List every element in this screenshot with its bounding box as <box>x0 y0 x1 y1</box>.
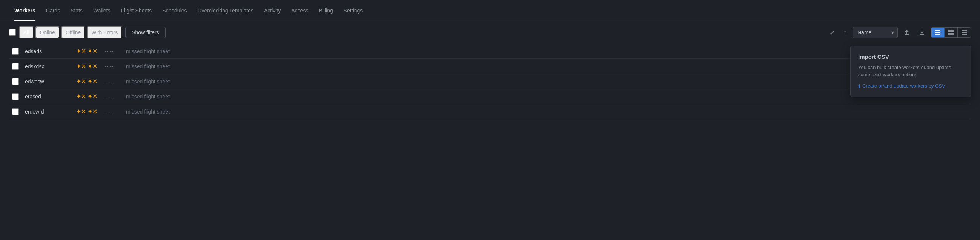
filter-tab-all[interactable]: All <box>19 26 34 38</box>
workers-table: edseds ✦✕ ✦✕ -- -- missed flight sheet e… <box>0 44 980 119</box>
svg-rect-14 <box>963 33 965 35</box>
nav-item-billing[interactable]: Billing <box>313 0 338 21</box>
worker-status-icons: ✦✕ ✦✕ <box>76 63 99 70</box>
svg-rect-3 <box>948 30 951 32</box>
filter-tab-offline[interactable]: Offline <box>61 26 85 38</box>
nav-item-settings[interactable]: Settings <box>338 0 368 21</box>
sort-select-wrapper: NameStatusIDCreated ▾ <box>853 27 898 38</box>
worker-status-icons: ✦✕ ✦✕ <box>76 108 99 115</box>
worker-name: erdewrd <box>25 109 70 115</box>
worker-status-label: missed flight sheet <box>126 64 170 70</box>
worker-name: edwesw <box>25 78 70 84</box>
worker-error-icon-1: ✦✕ <box>76 78 86 85</box>
svg-rect-13 <box>961 33 963 35</box>
svg-rect-11 <box>963 32 965 33</box>
view-compact-button[interactable] <box>945 27 958 37</box>
svg-rect-2 <box>935 34 940 35</box>
nav-item-activity[interactable]: Activity <box>259 0 286 21</box>
svg-rect-0 <box>935 30 940 31</box>
table-row: edsxdsx ✦✕ ✦✕ -- -- missed flight sheet <box>9 59 971 74</box>
svg-rect-9 <box>965 30 967 31</box>
table-row: edwesw ✦✕ ✦✕ -- -- missed flight sheet <box>9 74 971 89</box>
worker-error-icon-2: ✦✕ <box>88 108 97 115</box>
svg-rect-4 <box>951 30 954 32</box>
filter-tab-online[interactable]: Online <box>35 26 60 38</box>
worker-status-label: missed flight sheet <box>126 78 170 84</box>
view-grid-button[interactable] <box>958 27 970 37</box>
worker-error-icon-2: ✦✕ <box>88 48 97 55</box>
csv-link[interactable]: Create or/and update workers by CSV <box>862 83 945 89</box>
download-button[interactable] <box>916 27 928 38</box>
worker-stats: -- -- <box>105 94 120 100</box>
worker-error-icon-2: ✦✕ <box>88 63 97 70</box>
svg-rect-12 <box>965 32 967 33</box>
nav-item-overclocking-templates[interactable]: Overclocking Templates <box>192 0 259 21</box>
popup-description: You can bulk create workers or/and updat… <box>858 64 963 78</box>
worker-status-label: missed flight sheet <box>126 48 170 54</box>
worker-error-icon-2: ✦✕ <box>88 93 97 100</box>
svg-rect-5 <box>948 33 951 35</box>
toolbar: AllOnlineOfflineWith Errors Show filters… <box>0 21 980 44</box>
worker-error-icon-1: ✦✕ <box>76 93 86 100</box>
nav-item-access[interactable]: Access <box>286 0 313 21</box>
toolbar-left: AllOnlineOfflineWith Errors Show filters <box>9 26 822 38</box>
worker-checkbox[interactable] <box>12 48 19 55</box>
svg-rect-1 <box>935 32 940 33</box>
worker-stats: -- -- <box>105 109 120 115</box>
navbar: WorkersCardsStatsWalletsFlight SheetsSch… <box>0 0 980 21</box>
nav-item-workers[interactable]: Workers <box>9 0 41 21</box>
popup-link-row: ℹ Create or/and update workers by CSV <box>858 83 963 89</box>
svg-rect-10 <box>961 32 963 33</box>
toolbar-right: ⤢ ↑ NameStatusIDCreated ▾ Import CSV Y <box>826 27 971 38</box>
worker-status-label: missed flight sheet <box>126 94 170 100</box>
table-row: erased ✦✕ ✦✕ -- -- missed flight sheet <box>9 89 971 104</box>
sort-direction-icon[interactable]: ↑ <box>840 27 850 38</box>
worker-name: edsxdsx <box>25 64 70 70</box>
table-row: edseds ✦✕ ✦✕ -- -- missed flight sheet <box>9 44 971 59</box>
filter-tab-with-errors[interactable]: With Errors <box>87 26 122 38</box>
worker-stats: -- -- <box>105 78 120 84</box>
import-csv-popup: Import CSV You can bulk create workers o… <box>850 46 971 97</box>
worker-checkbox[interactable] <box>12 78 19 85</box>
view-btn-group <box>931 27 971 38</box>
worker-error-icon-1: ✦✕ <box>76 108 86 115</box>
worker-status-icons: ✦✕ ✦✕ <box>76 48 99 55</box>
select-all-checkbox[interactable] <box>9 29 16 36</box>
worker-checkbox[interactable] <box>12 63 19 70</box>
worker-stats: -- -- <box>105 48 120 54</box>
svg-rect-8 <box>963 30 965 31</box>
table-row: erdewrd ✦✕ ✦✕ -- -- missed flight sheet <box>9 104 971 119</box>
worker-checkbox[interactable] <box>12 93 19 100</box>
worker-status-icons: ✦✕ ✦✕ <box>76 78 99 85</box>
worker-checkbox[interactable] <box>12 108 19 115</box>
worker-stats: -- -- <box>105 64 120 70</box>
nav-item-flight-sheets[interactable]: Flight Sheets <box>115 0 157 21</box>
sort-select[interactable]: NameStatusIDCreated <box>853 27 898 38</box>
nav-item-schedules[interactable]: Schedules <box>157 0 192 21</box>
popup-title: Import CSV <box>858 54 963 60</box>
worker-name: edseds <box>25 48 70 54</box>
nav-item-cards[interactable]: Cards <box>41 0 65 21</box>
worker-error-icon-1: ✦✕ <box>76 63 86 70</box>
view-list-button[interactable] <box>931 27 945 37</box>
svg-rect-7 <box>961 30 963 31</box>
nav-item-wallets[interactable]: Wallets <box>88 0 115 21</box>
worker-error-icon-2: ✦✕ <box>88 78 97 85</box>
svg-rect-15 <box>965 33 967 35</box>
upload-icon[interactable] <box>901 27 913 38</box>
worker-name: erased <box>25 94 70 100</box>
info-icon: ℹ <box>858 83 860 89</box>
worker-status-icons: ✦✕ ✦✕ <box>76 93 99 100</box>
expand-icon[interactable]: ⤢ <box>826 27 837 38</box>
show-filters-button[interactable]: Show filters <box>125 27 165 38</box>
nav-item-stats[interactable]: Stats <box>65 0 88 21</box>
svg-rect-6 <box>951 33 954 35</box>
worker-status-label: missed flight sheet <box>126 109 170 115</box>
worker-error-icon-1: ✦✕ <box>76 48 86 55</box>
